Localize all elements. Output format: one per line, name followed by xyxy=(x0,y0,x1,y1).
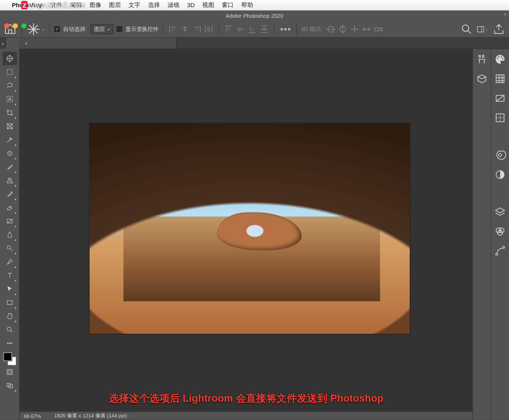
separator xyxy=(218,23,219,35)
3d-mode-group xyxy=(326,22,384,36)
frame-tool[interactable] xyxy=(2,119,17,133)
zoom-tool[interactable] xyxy=(2,323,17,336)
3d-orbit-icon[interactable] xyxy=(326,22,337,36)
document-dimensions[interactable]: 1826 像素 x 1214 像素 (144 ppi) xyxy=(54,412,127,419)
menu-3d[interactable]: 3D xyxy=(187,2,195,8)
zoom-level[interactable]: 66.67% xyxy=(24,413,49,419)
show-transform-checkbox[interactable] xyxy=(116,26,122,32)
status-menu-caret-icon[interactable]: 〉 xyxy=(130,413,133,419)
minimize-window-button[interactable] xyxy=(13,23,18,28)
zoom-window-button[interactable] xyxy=(21,23,26,28)
auto-select-checkbox[interactable] xyxy=(54,26,60,32)
svg-point-16 xyxy=(9,343,10,344)
align-vcenter-icon[interactable] xyxy=(235,22,246,36)
menu-filter[interactable]: 滤镜 xyxy=(168,1,179,9)
gradient-tool[interactable] xyxy=(2,215,17,228)
3d-pan-icon[interactable] xyxy=(349,22,361,36)
close-window-button[interactable] xyxy=(4,23,9,28)
paths-panel-icon[interactable] xyxy=(494,245,506,257)
menu-window[interactable]: 窗口 xyxy=(222,1,234,9)
svg-point-17 xyxy=(11,343,12,344)
align-top-icon[interactable] xyxy=(223,22,234,36)
foreground-color[interactable] xyxy=(3,352,12,361)
menu-type[interactable]: 文字 xyxy=(129,1,141,9)
menu-image[interactable]: 图像 xyxy=(90,1,102,9)
lasso-tool[interactable] xyxy=(2,79,17,92)
healing-brush-tool[interactable] xyxy=(2,147,17,160)
align-right-icon[interactable] xyxy=(191,22,202,36)
toolbox xyxy=(0,49,20,420)
svg-point-0 xyxy=(281,28,282,30)
align-hcenter-icon[interactable] xyxy=(179,22,190,36)
annotation-overlay: 选择这个选项后 Lightroom 会直接将文件发送到 Photoshop xyxy=(20,391,473,405)
path-selection-tool[interactable] xyxy=(2,282,17,296)
canvas-area[interactable]: 选择这个选项后 Lightroom 会直接将文件发送到 Photoshop 66… xyxy=(20,49,473,420)
macos-menubar[interactable]: Photoshop 文件 编辑 图像 图层 文字 选择 滤镜 3D 视图 窗口 … xyxy=(0,0,509,11)
channels-panel-icon[interactable] xyxy=(494,225,506,237)
svg-point-12 xyxy=(7,246,10,249)
menu-layer[interactable]: 图层 xyxy=(109,1,121,9)
3d-slide-icon[interactable] xyxy=(361,22,372,36)
layers-panel-icon[interactable] xyxy=(494,206,506,218)
3d-roll-icon[interactable] xyxy=(337,22,349,36)
svg-point-1 xyxy=(284,28,286,30)
collapse-panels-icon[interactable]: ‹‹ xyxy=(472,11,509,16)
share-icon[interactable] xyxy=(492,22,506,36)
main-area: 选择这个选项后 Lightroom 会直接将文件发送到 Photoshop 66… xyxy=(0,49,509,420)
tool-preset-picker[interactable]: ⌄ xyxy=(26,22,46,36)
patterns-panel-icon[interactable] xyxy=(494,112,506,124)
rectangular-marquee-tool[interactable] xyxy=(2,65,17,79)
quick-selection-tool[interactable] xyxy=(2,92,17,106)
separator xyxy=(50,23,50,35)
clone-stamp-tool[interactable] xyxy=(2,174,17,187)
eraser-tool[interactable] xyxy=(2,201,17,214)
align-bottom-icon[interactable] xyxy=(247,22,258,36)
document-canvas[interactable] xyxy=(90,123,410,334)
svg-point-24 xyxy=(501,56,502,57)
align-left-icon[interactable] xyxy=(167,22,178,36)
eyedropper-tool[interactable] xyxy=(2,133,17,146)
window-traffic-lights[interactable] xyxy=(4,23,26,28)
move-tool[interactable] xyxy=(2,52,17,65)
auto-select-target-select[interactable]: 图层 xyxy=(90,24,113,34)
svg-point-25 xyxy=(502,58,503,60)
distribute-h-icon[interactable] xyxy=(203,22,214,36)
swatches-panel-icon[interactable] xyxy=(494,73,506,85)
app-menu[interactable]: Photoshop xyxy=(12,2,43,8)
separator xyxy=(274,23,274,35)
properties-panel-icon[interactable] xyxy=(494,149,506,161)
distribute-v-icon[interactable] xyxy=(258,22,270,36)
libraries-panel-icon[interactable] xyxy=(476,73,488,85)
menu-help[interactable]: 帮助 xyxy=(241,1,253,9)
close-tab-icon[interactable]: × xyxy=(25,40,28,46)
menu-edit[interactable]: 编辑 xyxy=(70,1,82,9)
svg-point-14 xyxy=(7,327,11,331)
color-panel-icon[interactable] xyxy=(494,53,506,65)
history-panel-icon[interactable] xyxy=(476,53,488,65)
history-brush-tool[interactable] xyxy=(2,187,17,201)
adjustments-panel-icon[interactable] xyxy=(494,169,506,181)
quick-mask-mode-icon[interactable] xyxy=(2,365,17,379)
search-icon[interactable] xyxy=(460,22,473,36)
pen-tool[interactable] xyxy=(2,255,17,269)
edit-toolbar-icon[interactable] xyxy=(2,336,17,350)
menu-view[interactable]: 视图 xyxy=(202,1,214,9)
hand-tool[interactable] xyxy=(2,309,17,323)
color-swatch[interactable] xyxy=(3,352,16,365)
type-tool[interactable] xyxy=(2,269,17,282)
more-options-icon[interactable] xyxy=(279,22,292,36)
window-title: Adobe Photoshop 2020 xyxy=(0,11,509,21)
rectangle-shape-tool[interactable] xyxy=(2,296,17,309)
menu-file[interactable]: 文件 xyxy=(51,1,63,9)
crop-tool[interactable] xyxy=(2,106,17,119)
gradients-panel-icon[interactable] xyxy=(494,92,506,104)
workspace-switcher-icon[interactable]: ⌄ xyxy=(476,22,489,36)
expand-tools-icon[interactable]: » xyxy=(0,38,6,49)
menu-select[interactable]: 选择 xyxy=(148,1,160,9)
document-tab[interactable]: × xyxy=(20,38,177,49)
brush-tool[interactable] xyxy=(2,160,17,174)
3d-zoom-icon[interactable] xyxy=(373,22,384,36)
screen-mode-icon[interactable] xyxy=(2,379,17,392)
blur-tool[interactable] xyxy=(2,228,17,242)
dodge-tool[interactable] xyxy=(2,242,17,255)
